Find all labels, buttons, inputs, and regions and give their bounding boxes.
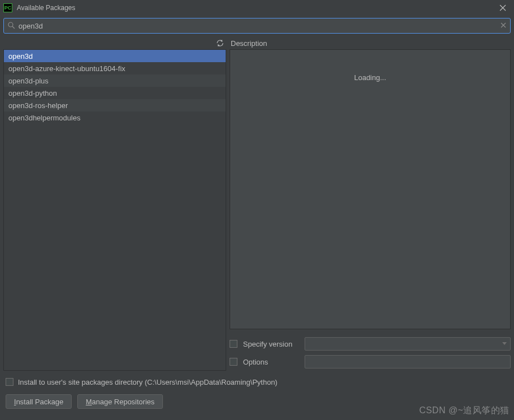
package-item[interactable]: open3d-azure-kinect-ubuntu1604-fix [4,62,226,74]
left-header [3,37,226,49]
specify-version-checkbox[interactable] [230,340,237,348]
svg-line-3 [12,26,15,29]
package-name: open3d-ros-helper [8,101,68,110]
site-packages-row: Install to user's site packages director… [6,373,508,391]
app-icon: PC [3,3,12,12]
right-options: Specify version Options [230,335,511,371]
left-column: open3d open3d-azure-kinect-ubuntu1604-fi… [3,37,226,371]
window-title: Available Packages [17,4,495,12]
svg-marker-8 [502,342,507,345]
package-name: open3d-python [8,89,57,97]
specify-version-row: Specify version [230,335,511,353]
clear-icon[interactable] [500,21,507,30]
package-name: open3dhelpermodules [8,114,81,122]
install-package-button[interactable]: Install Package [6,394,72,409]
site-packages-label: Install to user's site packages director… [18,378,277,386]
search-field-wrap [3,18,511,34]
version-select[interactable] [305,337,511,351]
package-list[interactable]: open3d open3d-azure-kinect-ubuntu1604-fi… [3,49,226,371]
close-icon[interactable] [495,0,511,16]
package-item[interactable]: open3dhelpermodules [4,111,226,124]
chevron-down-icon [502,342,507,346]
specify-version-label: Specify version [243,340,299,348]
options-row: Options [230,353,511,371]
description-status: Loading... [354,73,386,82]
package-item[interactable]: open3d-python [4,87,226,99]
description-label: Description [230,37,511,49]
package-name: open3d-plus [8,77,49,85]
app-badge-text: PC [4,5,12,11]
options-label: Options [243,358,299,366]
search-icon [7,21,15,31]
watermark: CSDN @~追风筝的猫 [419,405,510,417]
options-checkbox[interactable] [230,358,237,366]
right-column: Description Loading... Specify version O… [230,37,511,371]
description-panel: Loading... [230,49,511,329]
install-label: nstall Package [16,398,64,406]
manage-repositories-button[interactable]: Manage Repositories [77,394,163,409]
package-name: open3d [8,52,32,60]
manage-mnemonic: M [86,398,92,406]
titlebar: PC Available Packages [0,0,514,16]
package-item[interactable]: open3d [4,50,226,62]
svg-point-2 [8,22,13,27]
bottom-area: Install to user's site packages director… [0,371,514,409]
package-item[interactable]: open3d-ros-helper [4,99,226,111]
search-input[interactable] [18,22,500,30]
options-input[interactable] [305,355,511,368]
package-name: open3d-azure-kinect-ubuntu1604-fix [8,64,125,73]
search-row [0,16,514,37]
package-item[interactable]: open3d-plus [4,74,226,87]
refresh-icon[interactable] [215,38,225,48]
site-packages-checkbox[interactable] [6,378,13,386]
main-area: open3d open3d-azure-kinect-ubuntu1604-fi… [0,37,514,371]
manage-label: anage Repositories [92,398,155,406]
